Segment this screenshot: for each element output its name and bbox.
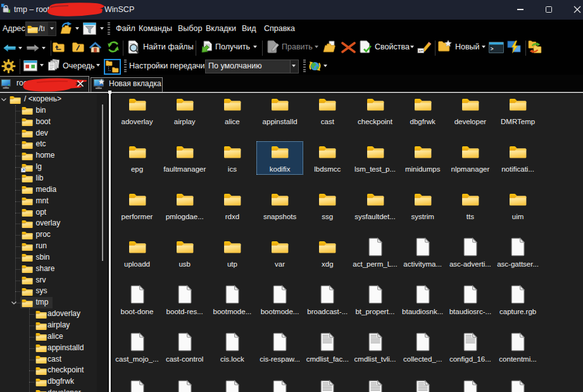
svg-text:x=: x= — [419, 48, 423, 53]
svg-text:>: > — [490, 46, 493, 53]
